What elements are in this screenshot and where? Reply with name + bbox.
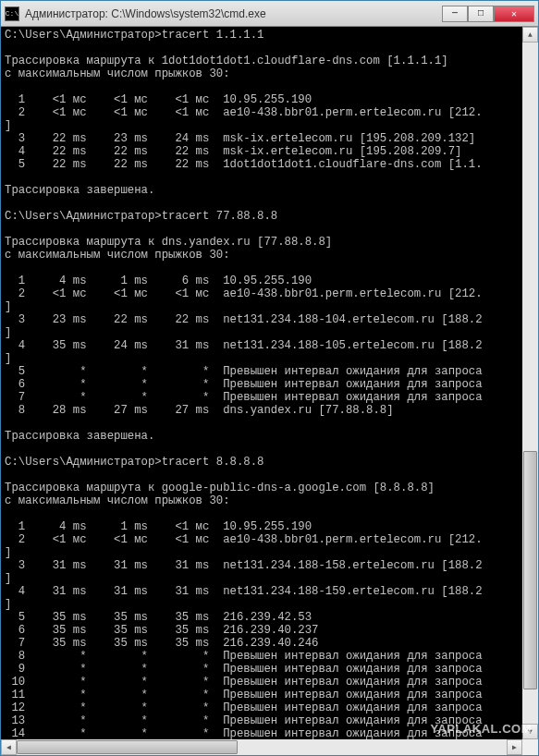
window-title: Администратор: C:\Windows\system32\cmd.e… xyxy=(25,7,442,20)
horizontal-scrollbar-wrap: ◀ ▶ xyxy=(1,739,538,755)
scroll-right-button[interactable]: ▶ xyxy=(507,739,522,755)
scroll-track-h[interactable] xyxy=(17,739,507,755)
scroll-up-button[interactable]: ▲ xyxy=(522,27,538,43)
cmd-window: C:\ Администратор: C:\Windows\system32\c… xyxy=(0,0,539,756)
close-button[interactable]: ✕ xyxy=(494,6,534,22)
horizontal-scrollbar[interactable]: ◀ ▶ xyxy=(1,739,522,755)
window-controls: ─ □ ✕ xyxy=(442,6,534,22)
scroll-left-button[interactable]: ◀ xyxy=(1,739,17,755)
vertical-scrollbar[interactable]: ▲ ▼ xyxy=(522,27,538,739)
scroll-down-button[interactable]: ▼ xyxy=(522,724,538,739)
cmd-icon: C:\ xyxy=(5,6,19,21)
terminal-output[interactable]: C:\Users\Администратор>tracert 1.1.1.1 Т… xyxy=(1,27,522,739)
scroll-corner xyxy=(522,739,538,755)
scroll-track-v[interactable] xyxy=(522,43,538,724)
minimize-button[interactable]: ─ xyxy=(442,6,468,22)
scroll-thumb-v[interactable] xyxy=(523,451,537,689)
maximize-button[interactable]: □ xyxy=(468,6,494,22)
terminal-area: C:\Users\Администратор>tracert 1.1.1.1 Т… xyxy=(1,27,538,739)
titlebar[interactable]: C:\ Администратор: C:\Windows\system32\c… xyxy=(1,1,538,27)
scroll-thumb-h[interactable] xyxy=(17,740,238,754)
